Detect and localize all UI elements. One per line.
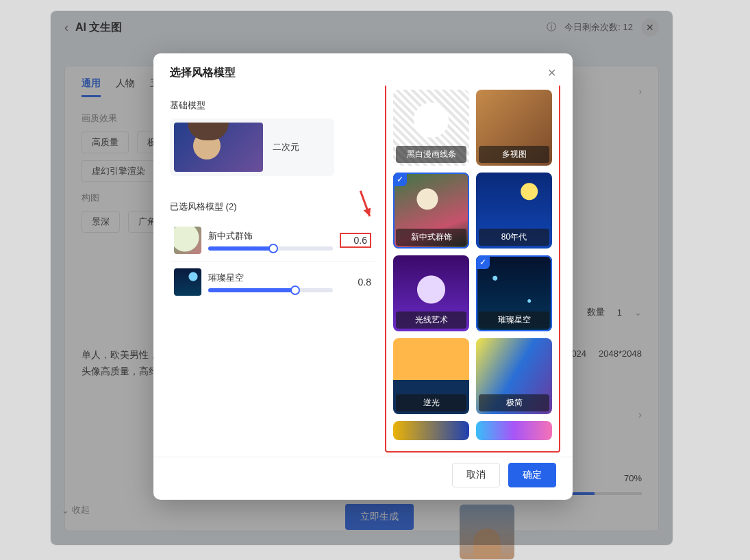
style-card[interactable]: 极简 bbox=[476, 338, 552, 414]
style-weight-value: 0.8 bbox=[340, 277, 371, 288]
style-card[interactable]: 璀璨星空 bbox=[476, 255, 552, 331]
base-model-name: 二次元 bbox=[273, 141, 299, 153]
cancel-button[interactable]: 取消 bbox=[452, 463, 500, 487]
style-card-label: 80年代 bbox=[479, 229, 549, 246]
modal-left-column: 基础模型 二次元 已选风格模型 (2) 新中式群饰0.6璀璨星空0.8 bbox=[170, 86, 375, 448]
style-card[interactable] bbox=[393, 421, 469, 440]
style-modal: 选择风格模型 ✕ 基础模型 二次元 已选风格模型 (2) 新中式群饰0.6璀璨星… bbox=[153, 53, 573, 500]
style-card[interactable] bbox=[476, 421, 552, 440]
style-card-art bbox=[476, 255, 552, 331]
selected-style-item: 璀璨星空0.8 bbox=[170, 262, 375, 303]
selected-styles-section: 已选风格模型 (2) bbox=[170, 201, 375, 213]
style-card-label: 黑白漫画线条 bbox=[396, 146, 466, 163]
selected-style-item: 新中式群饰0.6 bbox=[170, 220, 375, 262]
style-card-label: 逆光 bbox=[396, 394, 466, 411]
style-card[interactable]: 光线艺术 bbox=[393, 255, 469, 331]
style-weight-slider[interactable] bbox=[208, 288, 333, 292]
style-name: 新中式群饰 bbox=[208, 230, 333, 242]
style-name: 璀璨星空 bbox=[208, 272, 333, 284]
modal-right-column: 黑白漫画线条多视图新中式群饰80年代光线艺术璀璨星空逆光极简 bbox=[389, 86, 556, 448]
style-thumb bbox=[174, 268, 201, 296]
style-weight-slider[interactable] bbox=[208, 246, 333, 251]
style-card[interactable]: 多视图 bbox=[476, 90, 552, 166]
style-card-label: 光线艺术 bbox=[396, 311, 466, 329]
style-card[interactable]: 新中式群饰 bbox=[393, 173, 469, 249]
style-card-label: 多视图 bbox=[479, 146, 549, 163]
style-weight-value: 0.6 bbox=[340, 233, 371, 248]
style-card-label: 璀璨星空 bbox=[479, 311, 549, 329]
close-icon[interactable]: ✕ bbox=[547, 68, 556, 79]
style-card-art bbox=[393, 173, 469, 249]
svg-marker-1 bbox=[362, 205, 373, 216]
base-model-section: 基础模型 bbox=[170, 99, 375, 112]
style-card[interactable]: 80年代 bbox=[476, 173, 552, 249]
style-card-label: 极简 bbox=[479, 394, 549, 411]
style-grid: 黑白漫画线条多视图新中式群饰80年代光线艺术璀璨星空逆光极简 bbox=[393, 90, 552, 440]
svg-line-0 bbox=[352, 191, 377, 216]
style-card-label: 新中式群饰 bbox=[396, 229, 466, 246]
style-card[interactable]: 黑白漫画线条 bbox=[393, 90, 469, 166]
style-card-art bbox=[476, 421, 552, 440]
base-model-card[interactable]: 二次元 bbox=[170, 118, 334, 176]
base-model-thumb bbox=[174, 123, 263, 172]
style-thumb bbox=[174, 227, 201, 254]
style-card-art bbox=[393, 421, 469, 440]
selected-styles-list: 新中式群饰0.6璀璨星空0.8 bbox=[170, 220, 375, 303]
style-card[interactable]: 逆光 bbox=[393, 338, 469, 414]
modal-title: 选择风格模型 bbox=[170, 66, 236, 80]
confirm-button[interactable]: 确定 bbox=[508, 463, 556, 487]
modal-footer: 取消 确定 bbox=[153, 457, 573, 500]
